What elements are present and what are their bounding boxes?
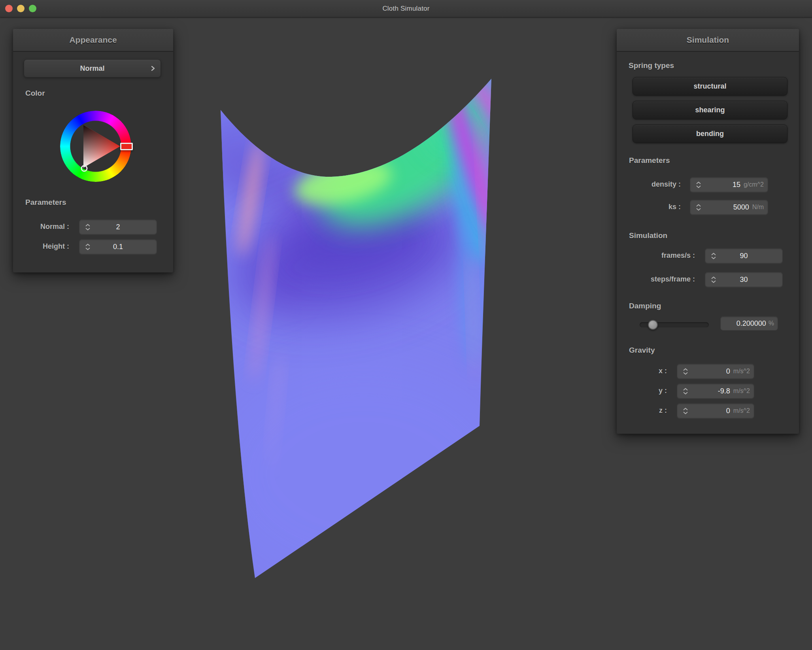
appearance-panel-header: Appearance (13, 29, 173, 52)
simulation-section-label: Simulation (629, 231, 667, 240)
gravity-z-value: 0 (692, 407, 730, 415)
bending-button[interactable]: bending (633, 125, 787, 143)
close-window-icon[interactable] (5, 5, 13, 12)
color-wheel[interactable] (60, 111, 131, 182)
gravity-x-value: 0 (692, 367, 730, 376)
titlebar[interactable]: Cloth Simulator (0, 0, 812, 17)
chevron-down-icon[interactable] (696, 185, 701, 188)
simulation-panel-header: Simulation (617, 29, 799, 52)
gravity-y-unit: m/s^2 (730, 387, 754, 395)
gravity-z-label: z : (629, 406, 667, 415)
gravity-y-label: y : (629, 387, 667, 395)
frames-stepper[interactable]: 90 (705, 248, 783, 263)
zoom-window-icon[interactable] (29, 5, 36, 12)
simulation-panel: Simulation Spring types structural shear… (617, 29, 799, 434)
color-section-label: Color (25, 89, 45, 98)
shader-mode-dropdown[interactable]: Normal (24, 59, 161, 77)
frames-label: frames/s : (629, 251, 695, 260)
gravity-y-stepper[interactable]: -9.8 m/s^2 (677, 384, 754, 399)
damping-section-label: Damping (629, 302, 661, 310)
damping-value-box[interactable]: 0.200000 % (720, 316, 778, 331)
hue-marker-icon[interactable] (120, 143, 133, 150)
chevron-up-icon[interactable] (683, 368, 688, 371)
parameters-section-label: Parameters (629, 156, 670, 165)
ks-stepper[interactable]: 5000 N/m (690, 200, 768, 215)
chevron-down-icon[interactable] (683, 372, 688, 375)
gravity-x-unit: m/s^2 (730, 368, 754, 375)
minimize-window-icon[interactable] (17, 5, 25, 12)
height-param-value: 0.1 (79, 243, 157, 251)
stepper-spin[interactable] (690, 181, 705, 188)
damping-slider-knob[interactable] (648, 320, 658, 330)
gravity-x-stepper[interactable]: 0 m/s^2 (677, 364, 754, 379)
gravity-z-unit: m/s^2 (730, 407, 754, 414)
chevron-right-icon (151, 65, 155, 72)
ks-value: 5000 (705, 203, 749, 212)
structural-button[interactable]: structural (633, 77, 787, 96)
stepper-spin[interactable] (677, 408, 692, 414)
density-stepper[interactable]: 15 g/cm^2 (690, 177, 768, 192)
gravity-z-stepper[interactable]: 0 m/s^2 (677, 403, 754, 418)
gravity-x-label: x : (629, 367, 667, 375)
ks-unit: N/m (749, 204, 768, 211)
frames-value: 90 (705, 252, 782, 260)
appearance-parameters-label: Parameters (25, 198, 66, 207)
window-title: Cloth Simulator (0, 0, 812, 17)
normal-param-stepper[interactable]: 2 (79, 219, 157, 234)
chevron-up-icon[interactable] (696, 204, 701, 207)
shearing-button[interactable]: shearing (633, 101, 787, 119)
height-param-label: Height : (25, 242, 69, 251)
spring-types-label: Spring types (629, 61, 674, 70)
height-param-stepper[interactable]: 0.1 (79, 239, 157, 254)
gravity-section-label: Gravity (629, 346, 655, 355)
chevron-up-icon[interactable] (683, 408, 688, 410)
density-value: 15 (705, 181, 740, 189)
chevron-down-icon[interactable] (683, 412, 688, 414)
damping-slider[interactable] (640, 322, 709, 327)
damping-value: 0.200000 (736, 319, 766, 328)
chevron-down-icon[interactable] (683, 392, 688, 395)
steps-value: 30 (705, 276, 782, 284)
stepper-spin[interactable] (690, 204, 705, 211)
chevron-down-icon[interactable] (696, 208, 701, 211)
damping-unit: % (766, 320, 778, 327)
steps-label: steps/frame : (629, 275, 695, 283)
density-label: density : (629, 180, 681, 189)
density-unit: g/cm^2 (740, 181, 768, 188)
normal-param-label: Normal : (25, 223, 69, 231)
gravity-y-value: -9.8 (692, 387, 730, 395)
chevron-up-icon[interactable] (696, 181, 701, 184)
shader-mode-value: Normal (80, 64, 104, 73)
ks-label: ks : (629, 203, 681, 211)
stepper-spin[interactable] (677, 368, 692, 375)
appearance-panel: Appearance Normal Color Parameters Norma… (13, 29, 173, 272)
chevron-up-icon[interactable] (683, 388, 688, 391)
normal-param-value: 2 (79, 223, 157, 231)
stepper-spin[interactable] (677, 388, 692, 395)
steps-stepper[interactable]: 30 (705, 272, 783, 287)
